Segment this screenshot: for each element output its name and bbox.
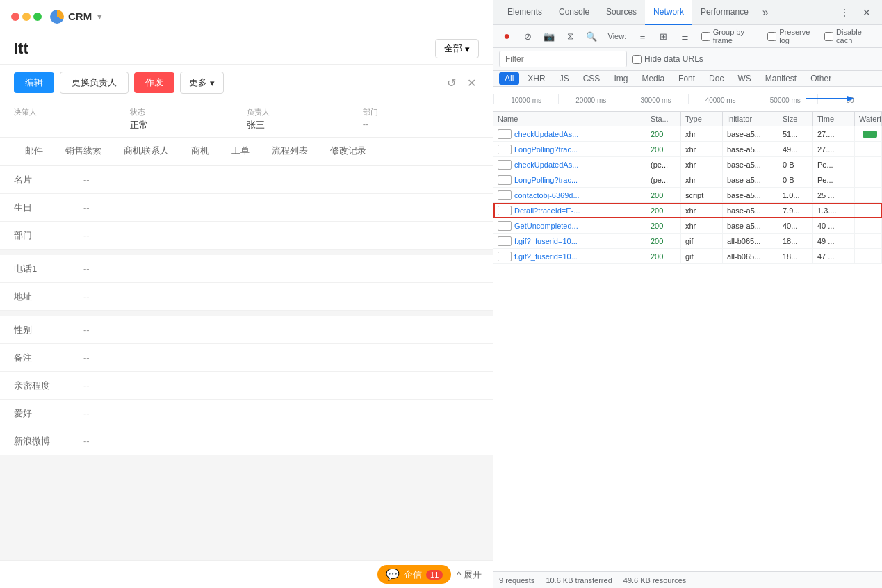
timeline-indicator bbox=[806, 92, 861, 105]
type-other-button[interactable]: Other bbox=[805, 72, 837, 85]
td-type: xhr bbox=[681, 142, 723, 156]
minimize-dot[interactable] bbox=[22, 13, 31, 21]
table-row[interactable]: GetUncompleted... 200 xhr base-a5... 40.… bbox=[493, 218, 882, 234]
td-time: Pe... bbox=[813, 157, 855, 172]
tab-process-list[interactable]: 流程列表 bbox=[261, 138, 319, 165]
group-by-frame-checkbox[interactable] bbox=[701, 32, 710, 41]
tab-ticket[interactable]: 工单 bbox=[220, 138, 261, 165]
row-checkbox[interactable] bbox=[498, 236, 512, 246]
expand-button[interactable]: ^ 展开 bbox=[457, 569, 482, 581]
group-by-frame-option: Group by frame bbox=[701, 28, 762, 44]
refresh-button[interactable]: ↺ bbox=[444, 74, 459, 92]
th-size[interactable]: Size bbox=[778, 112, 813, 126]
tab-email[interactable]: 邮件 bbox=[14, 138, 54, 165]
hide-data-urls-checkbox[interactable] bbox=[632, 55, 642, 64]
tab-change-log[interactable]: 修改记录 bbox=[319, 138, 377, 165]
th-status[interactable]: Sta... bbox=[646, 112, 681, 126]
row-checkbox[interactable] bbox=[498, 175, 512, 185]
devtools-panel: Elements Console Sources Network Perform… bbox=[493, 0, 882, 588]
type-font-button[interactable]: Font bbox=[673, 72, 701, 85]
row-checkbox[interactable] bbox=[498, 160, 512, 170]
td-time: Pe... bbox=[813, 172, 855, 187]
tick-10000: 10000 ms bbox=[493, 94, 558, 104]
tab-sources[interactable]: Sources bbox=[598, 0, 645, 25]
type-doc-button[interactable]: Doc bbox=[703, 72, 729, 85]
td-initiator: base-a5... bbox=[723, 142, 778, 156]
edit-button[interactable]: 编辑 bbox=[14, 72, 54, 93]
type-ws-button[interactable]: WS bbox=[732, 72, 756, 85]
maximize-dot[interactable] bbox=[33, 13, 42, 21]
table-row[interactable]: contactobj-6369d... 200 script base-a5..… bbox=[493, 188, 882, 203]
type-js-button[interactable]: JS bbox=[554, 72, 575, 85]
type-manifest-button[interactable]: Manifest bbox=[760, 72, 802, 85]
th-time[interactable]: Time bbox=[813, 112, 855, 126]
th-name[interactable]: Name bbox=[493, 112, 646, 126]
disable-cache-checkbox[interactable] bbox=[824, 32, 833, 41]
bottom-bar: 💬 企信 11 ^ 展开 bbox=[0, 560, 493, 588]
record-icon[interactable]: ● bbox=[499, 28, 515, 44]
view-list-icon[interactable]: ≡ bbox=[635, 28, 651, 44]
view-label: View: bbox=[608, 32, 627, 40]
clear-icon[interactable]: ⊘ bbox=[521, 28, 537, 44]
table-row-highlighted[interactable]: Detail?traceId=E-... 200 xhr base-a5... … bbox=[493, 203, 882, 218]
change-owner-button[interactable]: 更换负责人 bbox=[60, 72, 129, 94]
preserve-log-label: Preserve log bbox=[779, 28, 819, 44]
td-name: checkUpdatedAs... bbox=[493, 157, 646, 172]
row-checkbox[interactable] bbox=[498, 129, 512, 139]
crm-logo-arrow[interactable]: ▾ bbox=[97, 12, 101, 22]
row-checkbox[interactable] bbox=[498, 190, 512, 200]
qixin-button[interactable]: 💬 企信 11 bbox=[377, 565, 451, 584]
td-waterfall bbox=[855, 172, 882, 187]
type-all-button[interactable]: All bbox=[499, 72, 519, 85]
type-xhr-button[interactable]: XHR bbox=[522, 72, 550, 85]
table-row[interactable]: LongPolling?trac... 200 xhr base-a5... 4… bbox=[493, 142, 882, 157]
tab-console[interactable]: Console bbox=[550, 0, 598, 25]
table-row[interactable]: LongPolling?trac... (pe... xhr base-a5..… bbox=[493, 172, 882, 188]
search-icon[interactable]: 🔍 bbox=[584, 28, 600, 44]
td-time: 27.... bbox=[813, 126, 855, 141]
th-waterfall[interactable]: Waterfall bbox=[855, 112, 882, 126]
action-bar: 编辑 更换负责人 作废 更多 ▾ ↺ ✕ bbox=[0, 65, 493, 101]
more-button[interactable]: 更多 ▾ bbox=[180, 72, 224, 94]
tab-more-icon[interactable]: » bbox=[757, 6, 774, 19]
row-checkbox[interactable] bbox=[498, 145, 512, 154]
info-row-gender: 性别 -- bbox=[0, 316, 493, 344]
delete-button[interactable]: 作废 bbox=[134, 72, 174, 93]
th-initiator[interactable]: Initiator bbox=[723, 112, 778, 126]
td-initiator: base-a5... bbox=[723, 188, 778, 202]
close-devtools-icon[interactable]: ✕ bbox=[857, 3, 876, 22]
tab-merchant[interactable]: 商机 bbox=[180, 138, 220, 165]
filter-icon[interactable]: ⧖ bbox=[563, 28, 579, 44]
filter-button[interactable]: 全部 ▾ bbox=[435, 39, 479, 58]
td-size: 0 B bbox=[778, 157, 813, 172]
tab-elements[interactable]: Elements bbox=[499, 0, 550, 25]
row-checkbox[interactable] bbox=[498, 206, 512, 215]
table-row[interactable]: f.gif?_fuserid=10... 200 gif all-b065...… bbox=[493, 234, 882, 249]
row-checkbox[interactable] bbox=[498, 221, 512, 231]
row-checkbox[interactable] bbox=[498, 252, 512, 261]
close-dot[interactable] bbox=[11, 13, 19, 21]
tab-contact-merchant[interactable]: 商机联系人 bbox=[113, 138, 180, 165]
tab-sales-leads[interactable]: 销售线索 bbox=[54, 138, 113, 165]
preserve-log-checkbox[interactable] bbox=[767, 32, 776, 41]
camera-icon[interactable]: 📷 bbox=[541, 28, 557, 44]
view-detail-icon[interactable]: ≣ bbox=[677, 28, 693, 44]
td-size: 1.0... bbox=[778, 188, 813, 202]
type-css-button[interactable]: CSS bbox=[578, 72, 606, 85]
transferred-size: 10.6 KB transferred bbox=[546, 576, 612, 585]
filter-input[interactable] bbox=[499, 51, 627, 67]
table-row[interactable]: checkUpdatedAs... 200 xhr base-a5... 51.… bbox=[493, 126, 882, 142]
type-media-button[interactable]: Media bbox=[636, 72, 670, 85]
network-table: Name Sta... Type Initiator Size Time Wat… bbox=[493, 112, 882, 571]
close-crm-button[interactable]: ✕ bbox=[464, 74, 479, 92]
th-type[interactable]: Type bbox=[681, 112, 723, 126]
td-waterfall bbox=[855, 157, 882, 172]
type-img-button[interactable]: Img bbox=[608, 72, 633, 85]
more-options-icon[interactable]: ⋮ bbox=[835, 3, 854, 22]
view-grid-icon[interactable]: ⊞ bbox=[656, 28, 672, 44]
tab-performance[interactable]: Performance bbox=[692, 0, 757, 25]
table-row[interactable]: f.gif?_fuserid=10... 200 gif all-b065...… bbox=[493, 249, 882, 264]
td-time: 1.3.... bbox=[813, 203, 855, 218]
tab-network[interactable]: Network bbox=[645, 0, 692, 25]
table-row[interactable]: checkUpdatedAs... (pe... xhr base-a5... … bbox=[493, 157, 882, 172]
